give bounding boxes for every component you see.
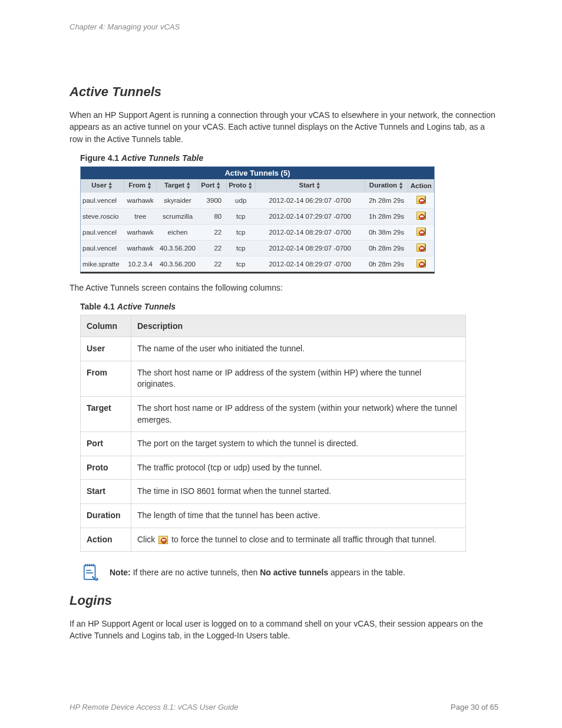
cell-start: 2012-02-14 08:29:07 -0700 (255, 256, 365, 272)
desc-col-name: Duration (81, 503, 131, 528)
col-header-target[interactable]: Target▲▼ (157, 179, 199, 193)
page-footer: HP Remote Device Access 8.1: vCAS User G… (70, 703, 498, 711)
cell-action (408, 240, 434, 256)
note-label: Note: (110, 568, 131, 577)
desc-row: UserThe name of the user who initiated t… (81, 337, 466, 361)
col-header-proto-label: Proto (229, 182, 246, 189)
note-block: Note: If there are no active tunnels, th… (80, 562, 498, 582)
active-tunnels-table-container: Active Tunnels (5) User▲▼ From▲▼ Target▲… (80, 166, 435, 274)
cell-target: 40.3.56.200 (157, 256, 199, 272)
desc-row: StartThe time in ISO 8601 format when th… (81, 480, 466, 504)
cell-duration: 0h 38m 29s (365, 224, 408, 240)
stop-tunnel-button[interactable] (416, 212, 426, 220)
figure-prefix: Figure 4.1 (80, 153, 121, 163)
desc-col-name: Port (81, 432, 131, 456)
cell-proto: udp (226, 192, 255, 208)
col-header-user[interactable]: User▲▼ (81, 179, 124, 193)
col-header-duration[interactable]: Duration▲▼ (365, 179, 408, 193)
cell-proto: tcp (226, 240, 255, 256)
cell-target: skyraider (157, 192, 199, 208)
table-row: mike.spratte10.2.3.440.3.56.20022tcp2012… (81, 256, 434, 272)
cell-port: 22 (199, 256, 226, 272)
desc-header-row: Column Description (81, 315, 466, 337)
cell-from: warhawk (124, 224, 157, 240)
sort-icon: ▲▼ (316, 182, 321, 190)
col-header-start[interactable]: Start▲▼ (255, 179, 365, 193)
cell-from: tree (124, 208, 157, 224)
section-title-logins: Logins (70, 593, 498, 608)
cell-proto: tcp (226, 208, 255, 224)
logins-paragraph: If an HP Support Agent or local user is … (70, 618, 498, 642)
note-text: Note: If there are no active tunnels, th… (110, 568, 405, 577)
table-title: Active Tunnels (117, 302, 176, 311)
note-icon (80, 562, 100, 582)
desc-col-text: The port on the target system to which t… (131, 432, 466, 456)
desc-header-description: Description (131, 315, 466, 337)
cell-action (408, 208, 434, 224)
after-figure-text: The Active Tunnels screen contains the f… (70, 282, 498, 294)
footer-left: HP Remote Device Access 8.1: vCAS User G… (70, 703, 239, 711)
footer-page-number: Page 30 of 65 (451, 703, 498, 711)
stop-tunnel-button[interactable] (416, 259, 426, 268)
section-title-active-tunnels: Active Tunnels (70, 84, 498, 100)
stop-tunnel-icon (158, 536, 168, 544)
cell-duration: 2h 28m 29s (365, 192, 408, 208)
desc-col-text: The length of time that the tunnel has b… (131, 503, 466, 528)
col-header-user-label: User (91, 182, 107, 189)
cell-proto: tcp (226, 256, 255, 272)
col-header-from-label: From (128, 182, 146, 189)
active-tunnels-table: User▲▼ From▲▼ Target▲▼ Port▲▼ Proto▲▼ St… (81, 179, 434, 272)
cell-user: paul.vencel (81, 240, 124, 256)
cell-action (408, 224, 434, 240)
desc-row: DurationThe length of time that the tunn… (81, 503, 466, 528)
sort-icon: ▲▼ (186, 182, 191, 190)
cell-duration: 0h 28m 29s (365, 240, 408, 256)
sort-icon: ▲▼ (216, 182, 221, 190)
cell-target: 40.3.56.200 (157, 240, 199, 256)
col-header-proto[interactable]: Proto▲▼ (226, 179, 255, 193)
table-caption: Table 4.1 Active Tunnels (80, 302, 498, 311)
stop-tunnel-button[interactable] (416, 196, 426, 204)
description-table: Column Description UserThe name of the u… (80, 315, 466, 552)
col-header-from[interactable]: From▲▼ (124, 179, 157, 193)
sort-icon: ▲▼ (147, 182, 152, 190)
note-end: appears in the table. (328, 568, 405, 577)
table-prefix: Table 4.1 (80, 302, 117, 311)
table-row: paul.vencelwarhawkeichen22tcp2012-02-14 … (81, 224, 434, 240)
stop-tunnel-button[interactable] (416, 243, 426, 252)
desc-row: ActionClick to force the tunnel to close… (81, 528, 466, 552)
desc-col-text: The short host name or IP address of the… (131, 361, 466, 396)
cell-start: 2012-02-14 06:29:07 -0700 (255, 192, 365, 208)
desc-col-text: The name of the user who initiated the t… (131, 337, 466, 361)
col-header-port[interactable]: Port▲▼ (199, 179, 226, 193)
cell-user: paul.vencel (81, 192, 124, 208)
col-header-port-label: Port (201, 182, 214, 189)
desc-col-text: The traffic protocol (tcp or udp) used b… (131, 456, 466, 480)
desc-col-text: The short host name or IP address of the… (131, 396, 466, 431)
cell-port: 3900 (199, 192, 226, 208)
desc-header-column: Column (81, 315, 131, 337)
cell-duration: 1h 28m 29s (365, 208, 408, 224)
col-header-target-label: Target (164, 182, 184, 189)
cell-from: warhawk (124, 192, 157, 208)
note-bold: No active tunnels (260, 568, 328, 577)
intro-paragraph: When an HP Support Agent is running a co… (70, 109, 498, 145)
cell-port: 22 (199, 224, 226, 240)
cell-action (408, 256, 434, 272)
cell-duration: 0h 28m 29s (365, 256, 408, 272)
desc-row: ProtoThe traffic protocol (tcp or udp) u… (81, 456, 466, 480)
col-header-duration-label: Duration (369, 182, 397, 189)
figure-title: Active Tunnels Table (121, 153, 203, 163)
stop-tunnel-button[interactable] (416, 228, 426, 236)
cell-user: mike.spratte (81, 256, 124, 272)
table-row: steve.rosciotreescrumzilla80tcp2012-02-1… (81, 208, 434, 224)
desc-row: FromThe short host name or IP address of… (81, 361, 466, 396)
sort-icon: ▲▼ (398, 182, 404, 190)
desc-col-text: Click to force the tunnel to close and t… (131, 528, 466, 552)
cell-start: 2012-02-14 08:29:07 -0700 (255, 224, 365, 240)
table-header-row: User▲▼ From▲▼ Target▲▼ Port▲▼ Proto▲▼ St… (81, 179, 434, 193)
cell-user: paul.vencel (81, 224, 124, 240)
cell-start: 2012-02-14 07:29:07 -0700 (255, 208, 365, 224)
desc-row: PortThe port on the target system to whi… (81, 432, 466, 456)
note-mid: If there are no active tunnels, then (131, 568, 260, 577)
